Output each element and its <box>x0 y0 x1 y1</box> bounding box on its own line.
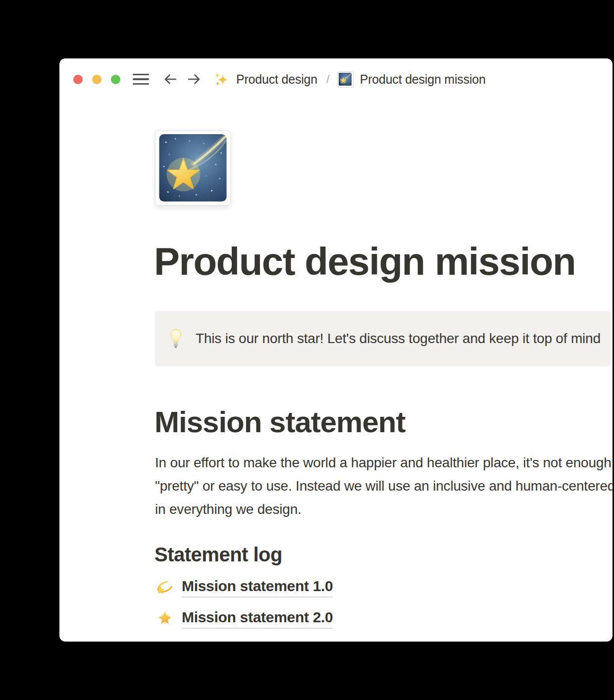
page-link-label[interactable]: Mission statement 1.0 <box>182 578 333 598</box>
link-mission-statement-2[interactable]: Mission statement 2.0 <box>155 607 333 630</box>
close-window-button[interactable] <box>73 75 83 84</box>
paragraph-line: in everything we design. <box>155 498 613 521</box>
app-window: Product design / Product design mission … <box>59 58 613 642</box>
page-title: Product design mission <box>154 239 575 284</box>
statement-log-links: Mission statement 1.0 Mission statement … <box>155 576 333 639</box>
callout-block: This is our north star! Let's discuss to… <box>155 311 611 366</box>
page-link-label[interactable]: Mission statement 2.0 <box>182 609 333 629</box>
minimize-window-button[interactable] <box>92 75 102 84</box>
shooting-star-icon <box>159 134 227 201</box>
link-mission-statement-1[interactable]: Mission statement 1.0 <box>155 576 333 599</box>
paragraph-line: In our effort to make the world a happie… <box>155 451 613 474</box>
breadcrumb-current[interactable]: Product design mission <box>360 72 486 87</box>
breadcrumb-parent[interactable]: Product design <box>236 72 317 87</box>
back-arrow-icon[interactable] <box>163 72 178 87</box>
callout-text: This is our north star! Let's discuss to… <box>196 331 601 347</box>
page-icon-shooting-star[interactable] <box>155 130 231 205</box>
dizzy-star-icon <box>155 578 175 598</box>
breadcrumb-separator: / <box>326 72 330 86</box>
mission-statement-heading: Mission statement <box>154 405 405 439</box>
hamburger-menu-icon[interactable] <box>133 74 149 85</box>
paragraph-line: "pretty" or easy to use. Instead we will… <box>155 474 613 498</box>
statement-log-heading: Statement log <box>154 544 282 566</box>
zoom-window-button[interactable] <box>111 75 120 84</box>
forward-arrow-icon[interactable] <box>187 72 202 87</box>
desktop-background: Product design / Product design mission … <box>0 0 614 700</box>
glowing-star-icon <box>155 609 175 629</box>
mission-paragraph: In our effort to make the world a happie… <box>155 451 613 521</box>
shooting-star-icon <box>338 72 353 87</box>
sparkles-icon <box>213 72 229 87</box>
light-bulb-icon <box>169 328 182 349</box>
titlebar: Product design / Product design mission <box>59 58 613 100</box>
